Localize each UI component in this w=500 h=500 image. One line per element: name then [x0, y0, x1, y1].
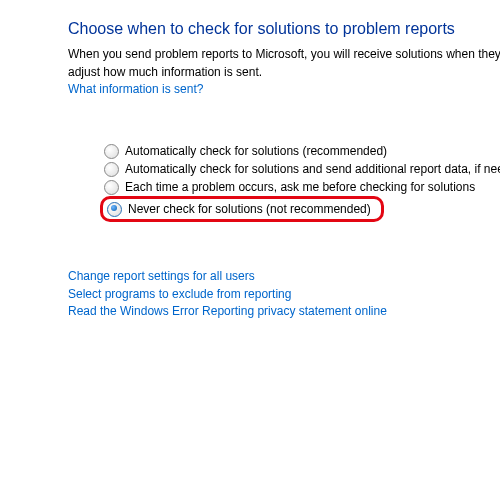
option-label: Automatically check for solutions (recom… — [125, 144, 387, 158]
option-ask-each-time[interactable]: Each time a problem occurs, ask me befor… — [104, 178, 500, 196]
radio-icon — [104, 162, 119, 177]
what-info-sent-link[interactable]: What information is sent? — [68, 82, 203, 96]
option-auto-check[interactable]: Automatically check for solutions (recom… — [104, 142, 500, 160]
option-never-check[interactable]: Never check for solutions (not recommend… — [107, 202, 371, 217]
radio-icon — [104, 144, 119, 159]
privacy-statement-link[interactable]: Read the Windows Error Reporting privacy… — [68, 303, 500, 320]
option-label: Each time a problem occurs, ask me befor… — [125, 180, 475, 194]
description-line-2: adjust how much information is sent. — [68, 64, 500, 80]
page-title: Choose when to check for solutions to pr… — [68, 20, 500, 38]
change-settings-all-users-link[interactable]: Change report settings for all users — [68, 268, 500, 285]
radio-icon — [104, 180, 119, 195]
footer-links: Change report settings for all users Sel… — [68, 268, 500, 320]
option-label: Never check for solutions (not recommend… — [128, 202, 371, 216]
option-label: Automatically check for solutions and se… — [125, 162, 500, 176]
description-line-1: When you send problem reports to Microso… — [68, 46, 500, 62]
options-group: Automatically check for solutions (recom… — [104, 142, 500, 222]
option-auto-check-send-data[interactable]: Automatically check for solutions and se… — [104, 160, 500, 178]
radio-icon-selected — [107, 202, 122, 217]
highlight-box: Never check for solutions (not recommend… — [100, 196, 384, 222]
exclude-programs-link[interactable]: Select programs to exclude from reportin… — [68, 286, 500, 303]
settings-panel: Choose when to check for solutions to pr… — [0, 0, 500, 321]
